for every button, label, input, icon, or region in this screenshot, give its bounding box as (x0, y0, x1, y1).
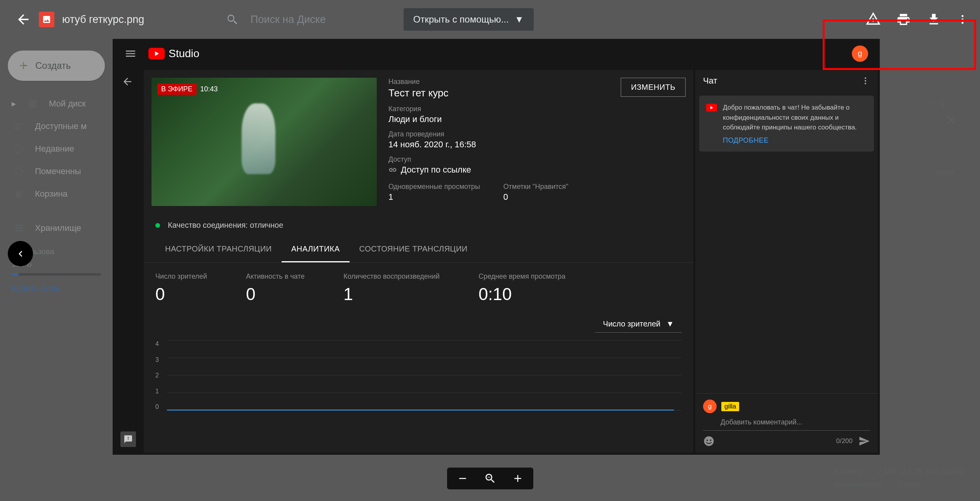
search-icon[interactable] (225, 13, 239, 26)
svg-point-4 (865, 77, 866, 79)
svg-point-2 (962, 22, 964, 24)
chart-line (167, 410, 674, 410)
chat-messages[interactable] (695, 155, 878, 394)
likes-label: Отметки "Нравится" (503, 183, 568, 191)
chevron-right-icon: ▸ (12, 99, 16, 109)
chat-panel: Чат Добро пожаловать в чат! Не забывайте… (695, 70, 878, 453)
stream-timestamp: 10:43 (200, 85, 218, 93)
people-icon (12, 121, 25, 132)
hamburger-icon[interactable] (124, 47, 137, 60)
edit-button[interactable]: ИЗМЕНИТЬ (621, 78, 686, 97)
feedback-button[interactable] (120, 431, 136, 447)
close-panel-icon[interactable]: ✕ (945, 113, 957, 128)
metric-chat-activity: Активность в чате 0 (246, 272, 305, 304)
studio-left-rail (113, 68, 142, 455)
send-icon[interactable] (858, 435, 870, 447)
tab-stream-settings[interactable]: НАСТРОЙКИ ТРАНСЛЯЦИИ (155, 237, 282, 262)
metric-avg-watchtime: Среднее время просмотра 0:10 (479, 272, 566, 304)
tab-analytics[interactable]: АНАЛИТИКА (282, 237, 350, 262)
svg-point-9 (710, 440, 712, 441)
concurrent-value: 1 (388, 192, 480, 202)
learn-more-link[interactable]: ПОДРОБНЕЕ (723, 136, 867, 145)
tab-stream-health[interactable]: СОСТОЯНИЕ ТРАНСЛЯЦИИ (350, 237, 477, 262)
back-arrow-icon[interactable] (122, 76, 133, 87)
char-count: 0/200 (836, 437, 853, 445)
svg-point-7 (704, 436, 714, 446)
drive-sidebar: + Создать ▸ Мой диск Доступные м Недавни… (0, 39, 113, 313)
concurrent-label: Одновременные просмотры (388, 183, 480, 191)
chat-options-icon[interactable] (861, 76, 870, 86)
file-details: Размер2 МБ (2 125 194 байта) Занимаемое0… (834, 467, 964, 489)
drive-icon (26, 98, 39, 109)
trash-icon (12, 189, 25, 199)
access-value: Доступ по ссылке (401, 165, 471, 175)
file-name: ютуб геткурс.png (62, 14, 144, 26)
user-avatar[interactable]: g (852, 45, 868, 62)
zoom-in-button[interactable] (512, 473, 524, 484)
sidebar-item-storage[interactable]: Хранилище (0, 217, 113, 239)
details-panel-peek: С В тория (924, 93, 980, 183)
zoom-controls (447, 468, 533, 489)
title-label: Название (388, 78, 449, 86)
live-badge: В ЭФИРЕ (157, 84, 197, 95)
sidebar-item-trash[interactable]: Корзина (0, 183, 113, 205)
chat-welcome-card: Добро пожаловать в чат! Не забывайте о к… (699, 96, 874, 152)
studio-header: Studio g (113, 39, 880, 68)
viewers-chart: 4 3 2 1 0 (155, 340, 682, 418)
connection-quality: Качество соединения: отличное (144, 214, 693, 237)
svg-point-6 (865, 83, 866, 84)
status-dot-icon (155, 223, 160, 228)
buy-storage-link[interactable]: Купить боль (0, 276, 113, 301)
search-placeholder[interactable]: Поиск на Диске (251, 14, 326, 26)
svg-point-1 (962, 19, 964, 21)
svg-point-0 (962, 15, 964, 17)
category-label: Категория (388, 105, 686, 113)
create-button[interactable]: + Создать (8, 51, 105, 81)
star-icon (12, 166, 25, 177)
link-icon (388, 166, 397, 174)
sidebar-item-recent[interactable]: Недавние (0, 138, 113, 160)
more-options-icon[interactable] (957, 14, 968, 25)
dropdown-arrow-icon: ▼ (666, 319, 674, 328)
youtube-play-icon (148, 48, 165, 59)
date-label: Дата проведения (388, 130, 686, 138)
likes-value: 0 (503, 192, 568, 202)
access-label: Доступ (388, 155, 686, 164)
youtube-icon (706, 104, 717, 112)
plus-icon: + (19, 58, 28, 74)
analytics-panel: Число зрителей 0 Активность в чате 0 Кол… (144, 263, 693, 428)
chart-metric-select[interactable]: Число зрителей ▼ (595, 316, 682, 333)
zoom-reset-button[interactable] (484, 472, 496, 485)
youtube-studio-panel: Studio g В ЭФИРЕ 10:43 Назв (113, 39, 880, 455)
open-with-dropdown[interactable]: Открыть с помощью... ▼ (404, 8, 534, 31)
storage-icon (12, 223, 25, 234)
sidebar-item-mydrive[interactable]: ▸ Мой диск (0, 93, 113, 115)
zoom-out-button[interactable] (457, 473, 468, 484)
add-to-drive-icon[interactable] (866, 12, 881, 27)
drive-viewer-header: ютуб геткурс.png Поиск на Диске Открыть … (0, 0, 980, 39)
chat-username: gilla (721, 402, 739, 411)
collapse-sidebar-button[interactable] (8, 241, 33, 266)
image-file-icon (39, 12, 54, 27)
studio-tabs: НАСТРОЙКИ ТРАНСЛЯЦИИ АНАЛИТИКА СОСТОЯНИЕ… (144, 237, 693, 263)
emoji-picker-icon[interactable] (703, 435, 715, 447)
chat-user-avatar: g (703, 400, 717, 413)
back-arrow-icon[interactable] (16, 12, 31, 27)
chart-y-axis: 4 3 2 1 0 (155, 340, 159, 410)
print-icon[interactable] (896, 12, 911, 27)
stream-preview[interactable]: В ЭФИРЕ 10:43 (151, 78, 377, 206)
category-value: Люди и блоги (388, 114, 686, 124)
sidebar-item-starred[interactable]: Помеченны (0, 160, 113, 183)
svg-point-8 (707, 440, 708, 441)
youtube-studio-logo[interactable]: Studio (148, 47, 199, 60)
download-icon[interactable] (926, 12, 941, 27)
chat-input[interactable]: Добавить комментарий... (703, 416, 870, 431)
sidebar-item-shared[interactable]: Доступные м (0, 115, 113, 138)
date-value: 14 нояб. 2020 г., 16:58 (388, 140, 686, 150)
clock-icon (12, 143, 25, 154)
studio-main: В ЭФИРЕ 10:43 Название Тест гет курс ИЗМ… (144, 70, 693, 453)
stream-title: Тест гет курс (388, 87, 449, 99)
svg-point-5 (865, 80, 866, 82)
chat-input-area: g gilla Добавить комментарий... 0/200 (695, 393, 878, 453)
dropdown-arrow-icon: ▼ (515, 14, 524, 25)
